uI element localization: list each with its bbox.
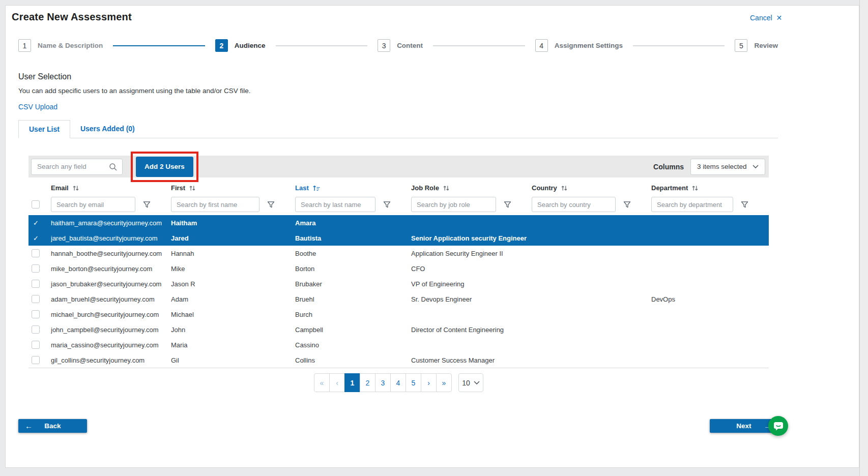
cell-job-role: CFO xyxy=(411,265,532,273)
step-connector xyxy=(113,45,205,46)
close-icon: ✕ xyxy=(776,14,783,22)
page-button-5[interactable]: 5 xyxy=(406,373,421,392)
table-body: ✓haitham_amara@securityjourney.comHaitha… xyxy=(28,215,769,368)
table-row[interactable]: jason_brubaker@securityjourney.comJason … xyxy=(28,276,769,291)
column-label: Country xyxy=(532,184,557,192)
filter-input-email[interactable] xyxy=(51,197,135,212)
row-checkbox[interactable] xyxy=(32,356,40,364)
page-button-2[interactable]: 2 xyxy=(360,373,375,392)
step-connector xyxy=(276,45,368,46)
back-label: Back xyxy=(44,422,61,430)
page-size-select[interactable]: 10 xyxy=(458,373,483,392)
filter-funnel-icon[interactable] xyxy=(741,201,748,209)
column-label: Email xyxy=(51,184,69,192)
select-all-checkbox[interactable] xyxy=(32,200,40,209)
cell-job-role: Customer Success Manager xyxy=(411,356,532,364)
step-assignment-settings[interactable]: 4Assignment Settings xyxy=(535,39,623,52)
first-page-button[interactable]: « xyxy=(314,373,330,392)
cell-last: Burch xyxy=(295,311,411,318)
cell-last: Amara xyxy=(295,219,411,227)
table-row[interactable]: hannah_boothe@securityjourney.comHannahB… xyxy=(28,246,769,261)
filter-funnel-icon[interactable] xyxy=(623,201,631,209)
page-button-3[interactable]: 3 xyxy=(375,373,391,392)
sort-asc-icon xyxy=(312,185,321,192)
step-number: 2 xyxy=(215,39,228,52)
row-checkbox[interactable] xyxy=(32,264,40,273)
table-row[interactable]: maria_cassino@securityjourney.comMariaCa… xyxy=(28,337,769,352)
row-checkbox[interactable] xyxy=(32,310,40,318)
row-checkbox[interactable] xyxy=(32,280,40,288)
page-title: Create New Assessment xyxy=(12,11,132,23)
column-header-first[interactable]: First xyxy=(171,182,295,192)
step-number: 1 xyxy=(18,39,31,52)
filter-input-last[interactable] xyxy=(295,197,375,212)
table-row[interactable]: adam_bruehl@securityjourney.comAdamBrueh… xyxy=(28,291,769,307)
table-row[interactable]: michael_burch@securityjourney.comMichael… xyxy=(28,307,769,322)
column-header-email[interactable]: Email xyxy=(51,182,171,192)
filter-input-department[interactable] xyxy=(651,197,733,212)
cell-first: Michael xyxy=(171,311,295,318)
filter-input-first[interactable] xyxy=(171,197,259,212)
column-header-department[interactable]: Department xyxy=(651,182,769,192)
page-size-value: 10 xyxy=(462,379,470,387)
cancel-button[interactable]: Cancel ✕ xyxy=(750,14,782,22)
step-review[interactable]: 5Review xyxy=(735,39,778,52)
filter-funnel-icon[interactable] xyxy=(143,201,151,209)
step-label: Audience xyxy=(235,42,266,49)
step-number: 4 xyxy=(535,39,548,52)
table-row[interactable]: gil_collins@securityjourney.comGilCollin… xyxy=(28,352,769,368)
pagination: «‹12345›» 10 xyxy=(28,373,769,392)
add-users-button[interactable]: Add 2 Users xyxy=(136,157,193,177)
filter-input-country[interactable] xyxy=(532,197,616,212)
cell-email: jason_brubaker@securityjourney.com xyxy=(51,280,171,288)
row-checkbox[interactable] xyxy=(32,295,40,303)
cell-email: hannah_boothe@securityjourney.com xyxy=(51,250,171,257)
page-button-1[interactable]: 1 xyxy=(344,373,360,392)
cell-first: John xyxy=(171,326,295,334)
row-checkbox[interactable] xyxy=(32,249,40,257)
table-row[interactable]: mike_borton@securityjourney.comMikeBorto… xyxy=(28,261,769,276)
last-page-button[interactable]: » xyxy=(436,373,452,392)
columns-select[interactable]: 3 items selected xyxy=(690,159,765,175)
row-checkbox[interactable] xyxy=(32,325,40,334)
table-filter-row xyxy=(28,196,769,215)
table-row[interactable]: john_campbell@securityjourney.comJohnCam… xyxy=(28,322,769,337)
filter-input-job-role[interactable] xyxy=(411,197,496,212)
cell-last: Collins xyxy=(295,356,411,364)
csv-upload-link[interactable]: CSV Upload xyxy=(18,103,57,111)
step-content[interactable]: 3Content xyxy=(378,39,423,52)
table-toolbar: Add 2 Users Columns 3 items selected xyxy=(28,156,769,177)
step-audience[interactable]: 2Audience xyxy=(215,39,266,52)
cell-email: haitham_amara@securityjourney.com xyxy=(51,219,171,227)
tab-users-added[interactable]: Users Added (0) xyxy=(70,120,145,138)
column-header-last[interactable]: Last xyxy=(295,182,411,192)
cell-department: DevOps xyxy=(651,295,769,303)
cell-job-role: Application Security Engineer II xyxy=(411,250,532,257)
table-row[interactable]: ✓jared_bautista@securityjourney.comJared… xyxy=(28,230,769,246)
step-name-description[interactable]: 1Name & Description xyxy=(18,39,103,52)
section-title: User Selection xyxy=(18,72,71,81)
column-label: Department xyxy=(651,184,688,192)
next-page-button[interactable]: › xyxy=(421,373,437,392)
filter-funnel-icon[interactable] xyxy=(504,201,511,209)
chat-launcher-button[interactable] xyxy=(768,416,788,436)
step-number: 5 xyxy=(735,39,747,52)
column-header-country[interactable]: Country xyxy=(532,182,651,192)
stepper: 1Name & Description2Audience3Content4Ass… xyxy=(18,39,778,52)
columns-label: Columns xyxy=(653,163,684,171)
column-header-job-role[interactable]: Job Role xyxy=(411,182,532,192)
back-button[interactable]: ← Back xyxy=(18,419,87,433)
scrollbar-track[interactable] xyxy=(859,0,868,476)
arrow-left-icon: ← xyxy=(25,422,33,430)
step-connector xyxy=(433,45,525,46)
page-button-4[interactable]: 4 xyxy=(390,373,406,392)
filter-funnel-icon[interactable] xyxy=(267,201,275,209)
table-row[interactable]: ✓haitham_amara@securityjourney.comHaitha… xyxy=(28,215,769,230)
user-table: Add 2 Users Columns 3 items selected Ema… xyxy=(28,156,769,392)
row-checkbox[interactable] xyxy=(32,341,40,349)
prev-page-button[interactable]: ‹ xyxy=(329,373,345,392)
filter-funnel-icon[interactable] xyxy=(383,201,391,209)
next-button[interactable]: Next → xyxy=(710,419,778,433)
step-label: Name & Description xyxy=(38,42,103,49)
tab-user-list[interactable]: User List xyxy=(18,120,70,138)
